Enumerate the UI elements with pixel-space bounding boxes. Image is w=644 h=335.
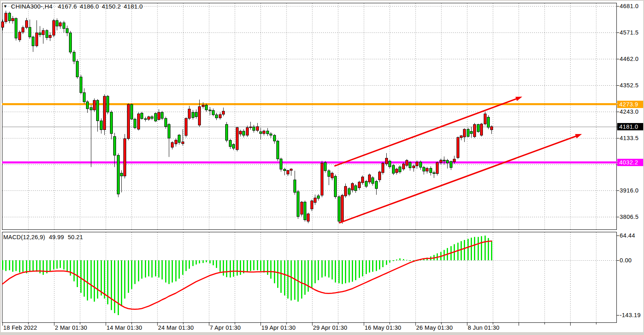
time-axis-label: 19 Apr 01:30 [261,324,296,331]
time-axis-label: 26 May 01:30 [416,324,453,331]
time-axis-label: 24 Mar 01:30 [158,324,194,331]
price-axis-label: 3916.0 [620,187,639,194]
chart-window: ▼ CHINA300-,H4 4167.6 4186.0 4150.2 4181… [0,0,644,335]
macd-name: MACD(12,26,9) [3,234,45,240]
price-axis-label: 4681.0 [620,2,639,10]
current-price-badge: 4181.0 [617,123,643,130]
price-axis-label: 4462.0 [620,55,639,63]
high-value: 4186.0 [80,3,99,10]
time-axis-label: 29 Apr 01:30 [313,324,347,331]
chart-canvas[interactable]: ▼ CHINA300-,H4 4167.6 4186.0 4150.2 4181… [0,0,644,335]
symbol-period-label: CHINA300-,H4 [11,3,52,10]
price-axis-label: 4571.5 [620,29,639,36]
close-value: 4181.0 [124,3,143,10]
symbol-dropdown-icon[interactable]: ▼ [3,4,7,9]
price-axis-label: 4352.5 [620,82,639,89]
macd-signal-value: 50.21 [68,234,83,240]
time-axis-label: 16 May 01:30 [364,324,401,331]
chart-drawing[interactable] [0,0,644,335]
open-value: 4167.6 [58,3,77,10]
macd-axis-label: 64.44 [620,232,635,239]
chart-title: ▼ CHINA300-,H4 4167.6 4186.0 4150.2 4181… [3,3,143,10]
level-badge-magenta: 4032.2 [617,159,643,166]
low-value: 4150.2 [102,3,121,10]
time-axis-label: 7 Apr 01:30 [210,324,241,331]
time-axis-label: 2 Mar 01:30 [55,324,87,331]
time-axis-label: 14 Mar 01:30 [106,324,142,331]
macd-axis-label: -143.19 [620,311,641,319]
price-axis-label: 4133.5 [620,134,639,142]
price-axis-label: 4243.0 [620,108,639,115]
macd-axis-label: 0.00 [620,257,632,264]
macd-indicator-label: MACD(12,26,9) 49.99 50.21 [3,234,85,240]
time-axis-label: 18 Feb 2022 [3,324,37,331]
level-badge-orange: 4273.9 [617,101,643,108]
macd-value: 49.99 [49,234,64,240]
price-axis-label: 3806.5 [620,213,639,220]
time-axis-label: 8 Jun 01:30 [468,324,500,331]
